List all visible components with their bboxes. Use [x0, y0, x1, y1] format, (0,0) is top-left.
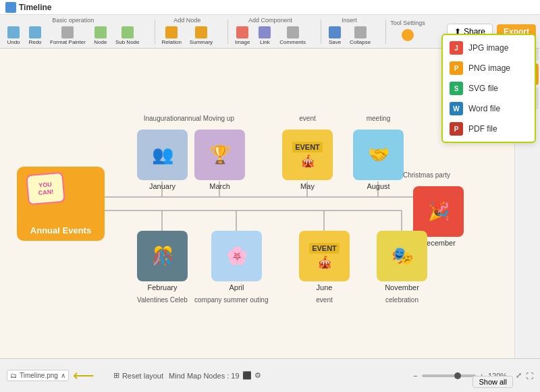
relation-button[interactable]: Relation: [159, 25, 184, 47]
center-node[interactable]: YOUCAN! Annual Events: [17, 167, 105, 241]
fullscreen-icon[interactable]: ⛶: [526, 372, 533, 380]
link-icon: [259, 26, 271, 38]
comments-button[interactable]: Comments: [277, 25, 308, 47]
january-annotation: Inauguration: [144, 115, 182, 122]
bottom-bar: 🗂 Timeline.png ∧ ⟵ ⊞ Reset layout Mind M…: [0, 358, 540, 392]
node-button[interactable]: Node: [91, 25, 110, 47]
relation-label: Relation: [162, 39, 182, 45]
june-image: EVENT 🎪: [299, 231, 350, 281]
minus-icon: −: [413, 372, 417, 380]
february-node[interactable]: 🎊 February Valentines Celeb: [137, 231, 188, 291]
february-annotation: Valentines Celeb: [137, 296, 188, 304]
collapse-icon: [354, 26, 367, 38]
divider-2: [227, 20, 228, 44]
mind-map-nodes-label: Mind Map Nodes : 19: [169, 372, 240, 380]
export-png-item[interactable]: P PNG image: [443, 58, 535, 78]
may-annotation: event: [299, 115, 315, 122]
node-count-icon: ⬛: [242, 371, 252, 380]
expand-icon: ∧: [61, 372, 65, 379]
april-node[interactable]: 🌸 April company summer outing: [211, 231, 262, 291]
save-icon: [329, 26, 341, 38]
august-annotation: meeting: [367, 115, 391, 122]
summary-label: Summary: [190, 39, 213, 45]
title-bar: Timeline: [0, 0, 540, 15]
january-node[interactable]: Inauguration 👥 January: [137, 130, 188, 190]
link-button[interactable]: Link: [255, 25, 274, 47]
undo-button[interactable]: Undo: [4, 25, 23, 47]
show-all-button[interactable]: Show all: [473, 376, 513, 388]
add-component-icons: Image Link Comments: [232, 25, 308, 47]
redo-label: Redo: [28, 39, 41, 45]
zoom-slider[interactable]: [422, 374, 476, 377]
add-node-label: Add Node: [173, 17, 200, 24]
november-node[interactable]: 🎭 November celebration: [377, 231, 427, 291]
add-component-group: Add Component Image Link Comments: [232, 17, 308, 47]
march-image: 🏆: [194, 130, 245, 180]
settings-icon: ⚙: [254, 371, 261, 380]
node-icon: [94, 26, 107, 38]
add-component-label: Add Component: [248, 17, 292, 24]
relation-icon: [165, 26, 178, 38]
november-image: 🎭: [377, 231, 427, 281]
export-dropdown: J JPG image P PNG image S SVG file W Wor…: [441, 34, 536, 143]
app-icon: [5, 2, 16, 13]
you-can-badge: YOUCAN!: [26, 172, 65, 206]
svg-label: SVG file: [468, 84, 498, 93]
sub-node-label: Sub Node: [115, 39, 140, 45]
may-node[interactable]: event EVENT 🎪 May: [282, 130, 333, 190]
insert-group: Insert Save Collapse: [325, 17, 373, 47]
collapse-button[interactable]: Collapse: [347, 25, 373, 47]
save-button[interactable]: Save: [325, 25, 344, 47]
grid-icon: ⊞: [113, 371, 119, 380]
reset-layout-label: Reset layout: [122, 372, 163, 380]
png-label: PNG image: [468, 63, 510, 73]
node-label: Node: [94, 39, 107, 45]
collapse-label: Collapse: [350, 39, 371, 45]
undo-icon: [7, 26, 20, 38]
sub-node-button[interactable]: Sub Node: [113, 25, 142, 47]
arrow-icon: ⟵: [73, 367, 94, 385]
basic-operation-group: Basic operation Undo Redo Format Painter…: [4, 17, 142, 47]
august-image: 🤝: [353, 130, 404, 180]
may-label: May: [300, 182, 315, 190]
tool-settings-group: Tool Settings: [390, 20, 425, 43]
june-node[interactable]: EVENT 🎪 June event: [299, 231, 350, 291]
redo-button[interactable]: Redo: [26, 25, 45, 47]
summary-icon: [195, 26, 207, 38]
insert-label: Insert: [342, 17, 357, 24]
tool-settings-btn[interactable]: [398, 28, 417, 43]
center-node-label: Annual Events: [30, 225, 91, 235]
bottom-left: 🗂 Timeline.png ∧ ⟵: [7, 367, 94, 385]
june-annotation: event: [316, 296, 332, 304]
export-svg-item[interactable]: S SVG file: [443, 78, 535, 99]
march-node[interactable]: annual Moving up 🏆 March: [194, 130, 245, 190]
divider-1: [155, 20, 155, 44]
tool-settings-icon: [402, 29, 414, 41]
insert-icons: Save Collapse: [325, 25, 373, 47]
reset-layout-btn[interactable]: ⊞ Reset layout: [113, 371, 163, 380]
april-annotation: company summer outing: [194, 296, 269, 304]
export-jpg-item[interactable]: J JPG image: [443, 38, 535, 58]
save-label: Save: [329, 39, 341, 45]
summary-button[interactable]: Summary: [187, 25, 215, 47]
april-label: April: [229, 283, 244, 291]
august-node[interactable]: meeting 🤝 August: [353, 130, 404, 190]
january-label: January: [149, 182, 176, 190]
november-annotation: celebration: [385, 296, 418, 304]
march-annotation: annual Moving up: [181, 115, 234, 122]
basic-operation-icons: Undo Redo Format Painter Node Sub Node: [4, 25, 142, 47]
image-label: Image: [235, 39, 250, 45]
svg-icon: S: [450, 82, 463, 95]
export-pdf-item[interactable]: P PDF file: [443, 119, 535, 139]
jpg-icon: J: [450, 41, 463, 55]
thumbnail-icon: 🗂: [10, 372, 17, 379]
fit-icon[interactable]: ⤢: [516, 371, 522, 380]
word-label: Word file: [468, 104, 500, 113]
tool-settings-icons: [398, 28, 417, 43]
format-painter-button[interactable]: Format Painter: [47, 25, 88, 47]
format-painter-label: Format Painter: [50, 39, 86, 45]
divider-4: [385, 20, 386, 44]
redo-icon: [29, 26, 41, 38]
image-button[interactable]: Image: [232, 25, 252, 47]
export-word-item[interactable]: W Word file: [443, 99, 535, 119]
